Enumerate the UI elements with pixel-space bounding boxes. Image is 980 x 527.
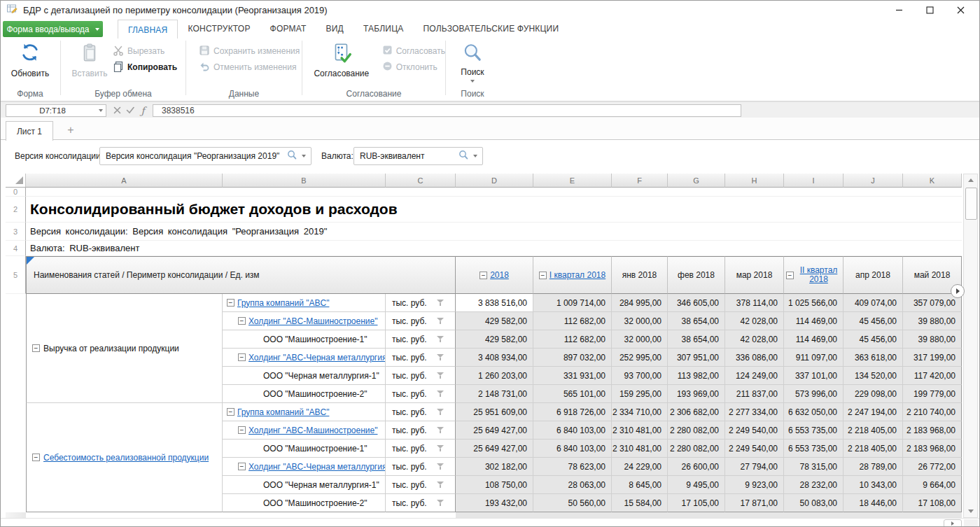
period-header[interactable]: 2018 — [456, 256, 533, 294]
value-cell[interactable]: 124 249,00 — [725, 367, 784, 385]
unit-cell[interactable]: тыс. руб. — [386, 458, 456, 476]
value-cell[interactable]: 39 880,00 — [903, 312, 962, 330]
value-cell[interactable]: 114 469,00 — [784, 312, 844, 330]
value-cell[interactable]: 45 456,00 — [844, 312, 903, 330]
value-cell[interactable]: 2 280 082,00 — [668, 421, 725, 440]
value-cell[interactable]: 39 880,00 — [903, 330, 962, 349]
function-icon[interactable]: ƒ — [136, 104, 149, 116]
tab-glavnaya[interactable]: ГЛАВНАЯ — [118, 20, 178, 39]
value-cell[interactable]: 6 553 735,00 — [784, 440, 844, 458]
company-cell[interactable]: Холдинг "ABC-Черная металлургия" — [223, 458, 386, 476]
column-header-A[interactable]: A — [26, 174, 223, 188]
value-cell[interactable]: 117 420,00 — [903, 367, 962, 385]
filter-icon[interactable] — [436, 317, 445, 325]
value-cell[interactable]: 1 260 203,00 — [456, 367, 533, 385]
value-cell[interactable]: 134 520,00 — [844, 367, 903, 385]
value-cell[interactable]: 6 840 103,00 — [533, 421, 612, 440]
company-link[interactable]: Холдинг "ABC-Черная металлургия" — [248, 462, 386, 472]
tab-tablitsa[interactable]: ТАБЛИЦА — [354, 20, 414, 38]
undo-changes-button[interactable]: Отменить изменения — [199, 61, 302, 73]
vertical-scroll-thumb[interactable] — [965, 188, 977, 220]
chevron-down-icon[interactable] — [302, 155, 306, 157]
close-button[interactable] — [945, 0, 976, 20]
column-header-F[interactable]: F — [612, 174, 668, 188]
value-cell[interactable]: 284 995,00 — [612, 294, 668, 312]
collapse-icon[interactable] — [238, 353, 246, 361]
cut-button[interactable]: Вырезать — [113, 45, 177, 57]
collapse-icon[interactable] — [238, 426, 246, 434]
value-cell[interactable]: 15 584,00 — [612, 494, 668, 512]
value-cell[interactable]: 193 969,00 — [668, 385, 725, 403]
value-cell[interactable]: 42 028,00 — [725, 312, 784, 330]
unit-cell[interactable]: тыс. руб. — [386, 312, 456, 330]
collapse-icon[interactable] — [32, 454, 40, 461]
minimize-button[interactable] — [883, 0, 914, 20]
article-cell[interactable]: Выручка от реализации продукции — [26, 294, 223, 403]
collapse-icon[interactable] — [238, 463, 246, 470]
value-cell[interactable]: 565 101,00 — [533, 385, 612, 403]
value-cell[interactable]: 2 218 405,00 — [844, 421, 903, 440]
filter-icon[interactable] — [436, 299, 445, 307]
company-cell[interactable]: Холдинг "ABC-Машиностроение" — [223, 312, 386, 330]
unit-cell[interactable]: тыс. руб. — [386, 421, 456, 440]
value-cell[interactable]: 2 148 731,00 — [456, 385, 533, 403]
tab-vid[interactable]: ВИД — [316, 20, 354, 38]
value-cell[interactable]: 28 789,00 — [844, 458, 903, 476]
value-cell[interactable]: 45 456,00 — [844, 330, 903, 349]
scroll-up-button[interactable] — [964, 174, 977, 186]
value-cell[interactable]: 6 553 735,00 — [784, 421, 844, 440]
column-header-D[interactable]: D — [456, 174, 533, 188]
period-header[interactable]: апр 2018 — [844, 256, 903, 294]
value-cell[interactable]: 50 083,00 — [784, 494, 844, 512]
unit-cell[interactable]: тыс. руб. — [386, 294, 456, 312]
value-cell[interactable]: 2 183 968,00 — [903, 440, 962, 458]
value-cell[interactable]: 346 605,00 — [668, 294, 725, 312]
horizontal-scrollbar[interactable] — [0, 518, 980, 527]
filter-icon[interactable] — [436, 499, 445, 507]
value-cell[interactable]: 2 210 740,00 — [903, 403, 962, 421]
collapse-icon[interactable] — [32, 344, 40, 352]
scroll-down-button[interactable] — [964, 505, 977, 517]
value-cell[interactable]: 114 469,00 — [784, 330, 844, 349]
value-cell[interactable]: 18 446,00 — [844, 494, 903, 512]
collapse-icon[interactable] — [479, 272, 487, 279]
value-cell[interactable]: 2 306 682,00 — [668, 403, 725, 421]
value-cell[interactable]: 50 560,00 — [533, 494, 612, 512]
value-cell[interactable]: 17 105,00 — [668, 494, 725, 512]
value-cell[interactable]: 911 097,00 — [784, 349, 844, 367]
period-label[interactable]: 2018 — [490, 271, 509, 280]
company-link[interactable]: Холдинг "ABC-Машиностроение" — [248, 426, 377, 435]
value-cell[interactable]: 336 086,00 — [725, 349, 784, 367]
save-changes-button[interactable]: Сохранить изменения — [199, 45, 302, 57]
value-cell[interactable]: 1 025 566,00 — [784, 294, 844, 312]
reject-button[interactable]: Отклонить — [382, 61, 445, 73]
value-cell[interactable]: 193 432,00 — [456, 494, 533, 512]
value-cell[interactable]: 3 838 516,00 — [456, 294, 533, 312]
value-cell[interactable]: 25 649 427,00 — [456, 421, 533, 440]
filter-icon[interactable] — [436, 426, 445, 434]
value-cell[interactable]: 429 582,00 — [456, 312, 533, 330]
value-cell[interactable]: 302 182,00 — [456, 458, 533, 476]
value-cell[interactable]: 32 000,00 — [612, 330, 668, 349]
value-cell[interactable]: 229 098,00 — [844, 385, 903, 403]
period-label[interactable]: I квартал 2018 — [550, 271, 606, 280]
value-cell[interactable]: 10 343,00 — [844, 476, 903, 494]
value-cell[interactable]: 2 183 968,00 — [903, 421, 962, 440]
confirm-entry-button[interactable] — [124, 104, 136, 116]
expand-columns-button[interactable] — [951, 284, 965, 298]
unit-cell[interactable]: тыс. руб. — [386, 330, 456, 349]
value-cell[interactable]: 27 794,00 — [725, 458, 784, 476]
column-header-C[interactable]: C — [386, 174, 456, 188]
sheet-tab-list1[interactable]: Лист 1 — [6, 121, 53, 141]
value-cell[interactable]: 2 247 194,00 — [844, 403, 903, 421]
value-cell[interactable]: 26 772,00 — [903, 458, 962, 476]
value-cell[interactable]: 42 028,00 — [725, 330, 784, 349]
company-cell[interactable]: Группа компаний "ABC" — [223, 403, 386, 421]
unit-cell[interactable]: тыс. руб. — [386, 349, 456, 367]
company-cell[interactable]: ООО "Машиностроение-2" — [223, 494, 386, 512]
value-cell[interactable]: 378 114,00 — [725, 294, 784, 312]
value-cell[interactable]: 6 840 103,00 — [533, 440, 612, 458]
value-cell[interactable]: 17 108,00 — [903, 494, 962, 512]
value-cell[interactable]: 331 931,00 — [533, 367, 612, 385]
scroll-right-button[interactable] — [944, 519, 962, 527]
